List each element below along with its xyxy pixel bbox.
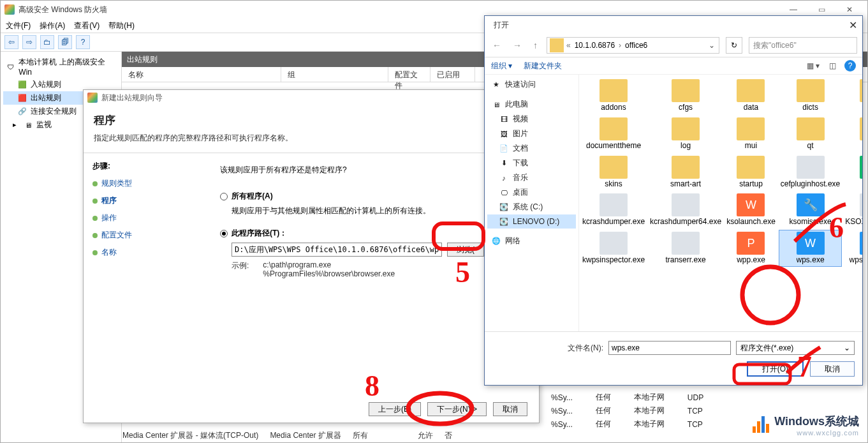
radio-all-programs[interactable]: 所有程序(A)	[220, 191, 524, 202]
radio-icon[interactable]	[220, 230, 228, 237]
file-item[interactable]: skins	[580, 154, 647, 191]
place-d[interactable]: 💽LENOVO (D:)	[487, 214, 576, 229]
place-docs[interactable]: 📄文档	[487, 141, 576, 156]
music-icon: ♪	[499, 173, 509, 183]
toolbar-back-icon[interactable]: ⇦	[4, 35, 18, 49]
place-video[interactable]: 🎞视频	[487, 112, 576, 126]
file-item[interactable]: qt	[779, 116, 842, 153]
crumb-2[interactable]: office6	[621, 41, 651, 50]
file-item[interactable]: mui	[725, 116, 777, 153]
step-rule-type[interactable]: 规则类型	[92, 178, 196, 189]
open-button[interactable]: 打开(O)	[747, 361, 804, 377]
preview-icon[interactable]: ◫	[825, 59, 839, 73]
search-input[interactable]: 搜索"office6"	[749, 37, 857, 54]
program-path-input[interactable]	[232, 243, 442, 257]
col-group[interactable]: 组	[281, 67, 388, 82]
place-pc[interactable]: 🖥此电脑	[487, 97, 576, 112]
crumb-1[interactable]: 10.1.0.6876	[571, 41, 619, 50]
file-item[interactable]: Pwpp.exe	[725, 230, 777, 267]
nav-forward-icon[interactable]: →	[510, 40, 524, 50]
help-icon[interactable]: ?	[844, 60, 856, 71]
place-quick[interactable]: ★快速访问	[487, 77, 576, 92]
cancel-button[interactable]: 取消	[810, 361, 855, 377]
file-item[interactable]: kwpsinspector.exe	[580, 230, 647, 267]
file-item[interactable]: smart-art	[648, 154, 723, 191]
menu-file[interactable]: 文件(F)	[6, 20, 31, 31]
place-downloads[interactable]: ⬇下载	[487, 156, 576, 170]
file-item[interactable]: kcrashdumper64.exe	[648, 191, 723, 229]
shield-icon	[4, 4, 15, 15]
address-bar[interactable]: « 10.1.0.6876 › office6 ⌄	[547, 37, 719, 54]
chevron-down-icon[interactable]: ⌄	[705, 41, 719, 50]
file-item[interactable]: 🔧ksomisc.exe	[779, 191, 842, 229]
file-item[interactable]: KSOXMLED.exe	[843, 191, 862, 229]
file-item[interactable]: ☁wpscenter.exe	[843, 230, 862, 267]
close-icon[interactable]: ✕	[849, 19, 857, 31]
file-item[interactable]: dicts	[779, 77, 842, 114]
bullet-icon	[92, 216, 98, 221]
place-pictures[interactable]: 🖼图片	[487, 126, 576, 141]
open-bottom: 文件名(N): 程序文件(*.exe) ⌄ 打开(O) 取消	[485, 331, 862, 383]
file-item[interactable]: cfgs	[648, 77, 723, 114]
step-label: 规则类型	[101, 178, 132, 189]
place-c[interactable]: 💽系统 (C:)	[487, 200, 576, 214]
file-item[interactable]: documenttheme	[580, 116, 647, 153]
toolbar-refresh-icon[interactable]: 🗐	[58, 35, 72, 49]
file-label: qt	[807, 142, 814, 151]
radio-icon[interactable]	[220, 193, 228, 200]
step-program[interactable]: 程序	[92, 195, 196, 206]
col-profile[interactable]: 配置文件	[388, 67, 430, 82]
folder-icon	[600, 156, 628, 179]
pc-icon: 🖥	[491, 100, 501, 110]
step-action[interactable]: 操作	[92, 213, 196, 223]
cancel-button[interactable]: 取消	[493, 402, 527, 416]
file-item[interactable]: startup	[725, 154, 777, 191]
watermark-icon	[753, 416, 770, 435]
col-enabled[interactable]: 已启用	[430, 67, 475, 82]
view-icon[interactable]: ▦ ▾	[806, 59, 820, 73]
file-item[interactable]: res	[843, 116, 862, 153]
folder-icon	[860, 79, 862, 102]
place-music[interactable]: ♪音乐	[487, 170, 576, 185]
file-item[interactable]: log	[648, 116, 723, 153]
tree-item-label: 连接安全规则	[31, 106, 77, 117]
refresh-icon[interactable]: ↻	[726, 37, 742, 54]
organize-button[interactable]: 组织 ▾	[491, 61, 512, 71]
file-item[interactable]: data	[725, 77, 777, 114]
toolbar-up-icon[interactable]: 🗀	[40, 35, 54, 49]
places-list[interactable]: ★快速访问 🖥此电脑 🎞视频 🖼图片 📄文档 ⬇下载 ♪音乐 🖵桌面 💽系统 (…	[485, 75, 579, 331]
video-icon: 🎞	[499, 114, 509, 124]
file-item[interactable]: addons	[580, 77, 647, 114]
file-item[interactable]: cefpluginhost.exe	[779, 154, 842, 191]
radio-program-path[interactable]: 此程序路径(T)：	[220, 228, 524, 239]
menu-view[interactable]: 查看(V)	[74, 20, 99, 31]
nav-up-icon[interactable]: ↑	[531, 40, 540, 50]
file-item[interactable]: docs	[843, 77, 862, 114]
tree-root[interactable]: 🛡 本地计算机 上的高级安全 Win	[3, 56, 119, 78]
expand-icon[interactable]: ▸	[10, 120, 20, 130]
col-name[interactable]: 名称	[122, 67, 281, 82]
file-item[interactable]: transerr.exe	[648, 230, 723, 267]
menu-help[interactable]: 帮助(H)	[108, 20, 135, 31]
browse-button[interactable]: 浏览(	[447, 243, 484, 257]
file-item[interactable]: kcrashdumper.exe	[580, 191, 647, 229]
menu-action[interactable]: 操作(A)	[40, 20, 65, 31]
bullet-icon	[92, 199, 98, 204]
watermark: Windows系统城 www.wxclgg.com	[753, 414, 859, 437]
back-button[interactable]: 上一步(B)	[369, 402, 421, 416]
toolbar-forward-icon[interactable]: ⇨	[22, 35, 36, 49]
toolbar-help-icon[interactable]: ?	[76, 35, 90, 49]
next-button[interactable]: 下一步(N) >	[427, 402, 487, 416]
file-grid[interactable]: addonscfgsdatadictsdocsdocumentthemelogm…	[579, 75, 862, 331]
place-network[interactable]: 🌐网络	[487, 234, 576, 248]
filename-input[interactable]	[608, 341, 731, 355]
file-item[interactable]: Set.exe	[843, 154, 862, 191]
place-desktop[interactable]: 🖵桌面	[487, 185, 576, 200]
file-filter-select[interactable]: 程序文件(*.exe) ⌄	[736, 341, 855, 355]
file-item[interactable]: Wksolaunch.exe	[725, 191, 777, 229]
step-profile[interactable]: 配置文件	[92, 230, 196, 241]
new-folder-button[interactable]: 新建文件夹	[524, 61, 562, 71]
nav-back-icon[interactable]: ←	[490, 40, 504, 50]
step-name[interactable]: 名称	[92, 247, 196, 258]
file-item[interactable]: Wwps.exe	[779, 230, 842, 267]
